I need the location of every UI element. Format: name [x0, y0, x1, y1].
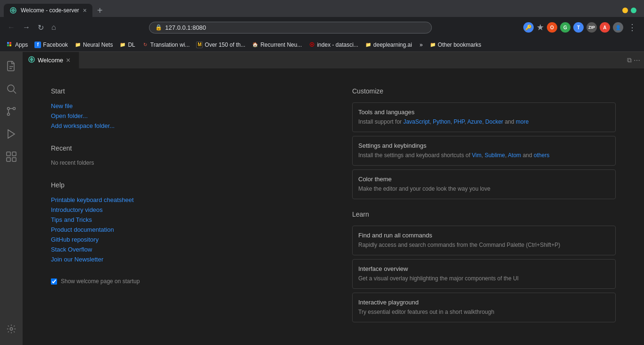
svg-rect-3 — [7, 44, 9, 46]
customize-keybindings-title: Settings and keybindings — [358, 142, 610, 149]
help-link-docs[interactable]: Product documentation — [51, 226, 314, 233]
back-button[interactable]: ← — [6, 21, 17, 34]
svg-rect-13 — [7, 158, 10, 161]
traffic-lights — [622, 8, 640, 13]
activity-item-debug[interactable] — [0, 124, 23, 146]
learn-item-commands[interactable]: Find and run all commands Rapidly access… — [352, 226, 616, 255]
customize-tools-title: Tools and languages — [358, 109, 610, 116]
svg-rect-14 — [12, 158, 16, 161]
forward-button[interactable]: → — [21, 21, 32, 34]
show-welcome-checkbox-row: Show welcome page on startup — [51, 278, 314, 285]
home-button[interactable]: ⌂ — [50, 21, 58, 34]
learn-item-playground[interactable]: Interactive playground Try essential edi… — [352, 293, 616, 322]
link-sublime[interactable]: Sublime — [485, 152, 505, 159]
link-javascript[interactable]: JavaScript — [403, 118, 429, 125]
open-folder-link[interactable]: Open folder... — [51, 112, 314, 119]
split-editor-button[interactable]: ⧉ — [627, 56, 632, 64]
bookmark-index-datasci[interactable]: ⦿ index - datasci... — [305, 41, 361, 49]
help-link-keyboard[interactable]: Printable keyboard cheatsheet — [51, 196, 314, 203]
customize-item-tools[interactable]: Tools and languages Install support for … — [352, 102, 616, 132]
other-bookmark-icon: 📁 — [429, 42, 436, 48]
new-tab-button[interactable]: + — [94, 5, 106, 16]
activity-item-settings[interactable] — [0, 319, 23, 341]
learn-section: Learn Find and run all commands Rapidly … — [352, 210, 616, 322]
help-link-newsletter[interactable]: Join our Newsletter — [51, 256, 314, 263]
key-icon[interactable]: 🔑 — [523, 22, 534, 33]
svg-rect-12 — [12, 152, 16, 156]
link-php[interactable]: PHP — [454, 118, 464, 125]
profile-icon[interactable]: 👤 — [613, 22, 623, 33]
bookmark-over150[interactable]: M Over 150 of th... — [193, 41, 248, 49]
bookmark-facebook-label: Facebook — [43, 42, 68, 48]
help-link-videos[interactable]: Introductory videos — [51, 206, 314, 213]
bookmark-other[interactable]: 📁 Other bookmarks — [427, 41, 484, 49]
translation-bookmark-icon: ↻ — [142, 42, 149, 48]
bookmark-apps-label: Apps — [15, 42, 28, 48]
tab-favicon — [9, 7, 17, 14]
bookmarks-bar: Apps f Facebook 📁 Neural Nets 📁 DL ↻ Tra… — [0, 38, 644, 52]
link-more-tools[interactable]: more — [516, 118, 528, 125]
customize-color-theme-title: Color theme — [358, 176, 610, 183]
zip-icon[interactable]: ZIP — [586, 22, 597, 33]
facebook-bookmark-icon: f — [34, 42, 41, 48]
link-others[interactable]: others — [534, 152, 549, 159]
customize-keybindings-desc: Install the settings and keyboard shortc… — [358, 151, 610, 160]
customize-item-keybindings[interactable]: Settings and keybindings Install the set… — [352, 136, 616, 166]
tab-close-button[interactable]: × — [83, 7, 87, 14]
bookmark-deeplearning[interactable]: 📁 deeplearning.ai — [362, 41, 415, 49]
help-link-tips[interactable]: Tips and Tricks — [51, 216, 314, 223]
activity-item-search[interactable] — [0, 78, 23, 101]
star-icon[interactable]: ★ — [537, 22, 544, 33]
translate-icon[interactable]: T — [573, 22, 584, 33]
start-title: Start — [51, 87, 314, 95]
bookmark-dl-label: DL — [128, 42, 135, 48]
tab-title: Welcome - code-server — [21, 7, 79, 14]
link-azure[interactable]: Azure — [467, 118, 482, 125]
more-bookmarks-button[interactable]: » — [417, 41, 426, 49]
bookmark-other-label: Other bookmarks — [438, 42, 481, 48]
acrobat-icon[interactable]: A — [600, 22, 610, 33]
bookmark-apps[interactable]: Apps — [4, 41, 31, 49]
bookmark-facebook[interactable]: f Facebook — [32, 41, 71, 49]
svg-rect-2 — [9, 42, 11, 44]
link-atom[interactable]: Atom — [508, 152, 521, 159]
vscode-tab-welcome[interactable]: Welcome × — [23, 52, 79, 68]
add-workspace-link[interactable]: Add workspace folder... — [51, 122, 314, 129]
learn-item-interface[interactable]: Interface overview Get a visual overlay … — [352, 259, 616, 289]
source-control-icon — [6, 106, 17, 119]
bookmark-dl[interactable]: 📁 DL — [116, 41, 138, 49]
address-bar[interactable]: 🔒 127.0.0.1:8080 — [149, 22, 432, 34]
more-actions-button[interactable]: ⋯ — [634, 57, 640, 64]
grammarly-icon[interactable]: G — [560, 22, 570, 33]
activity-item-source-control[interactable] — [0, 101, 23, 124]
link-docker[interactable]: Docker — [485, 118, 503, 125]
customize-tools-desc: Install support for JavaScript, Python, … — [358, 118, 610, 126]
bookmark-recurrent-label: Recurrent Neu... — [260, 42, 302, 48]
help-link-stackoverflow[interactable]: Stack Overflow — [51, 246, 314, 253]
bookmark-translation[interactable]: ↻ Translation wi... — [139, 41, 193, 49]
browser-tab-active[interactable]: Welcome - code-server × — [4, 4, 92, 17]
welcome-tab-label: Welcome — [38, 57, 63, 64]
activity-item-extensions[interactable] — [0, 146, 23, 169]
new-file-link[interactable]: New file — [51, 102, 314, 109]
customize-item-color-theme[interactable]: Color theme Make the editor and your cod… — [352, 169, 616, 199]
dl-bookmark-icon: 📁 — [119, 42, 126, 48]
svg-point-8 — [13, 108, 16, 110]
help-link-github[interactable]: GitHub repository — [51, 236, 314, 243]
welcome-tab-close-button[interactable]: × — [66, 57, 70, 64]
show-welcome-checkbox[interactable] — [51, 278, 57, 285]
show-welcome-label[interactable]: Show welcome page on startup — [61, 278, 140, 285]
welcome-right-column: Customize Tools and languages Install su… — [352, 87, 616, 326]
customize-title: Customize — [352, 87, 616, 95]
menu-button[interactable]: ⋮ — [626, 22, 638, 33]
activity-bar — [0, 52, 23, 345]
link-vim[interactable]: Vim — [472, 152, 481, 159]
activity-item-explorer[interactable] — [0, 56, 23, 78]
bookmark-index-datasci-label: index - datasci... — [317, 42, 358, 48]
bookmark-neural-nets[interactable]: 📁 Neural Nets — [72, 41, 116, 49]
bookmark-recurrent[interactable]: 🏠 Recurrent Neu... — [249, 41, 305, 49]
reload-button[interactable]: ↻ — [36, 21, 46, 34]
link-python[interactable]: Python — [433, 118, 450, 125]
deeplearning-bookmark-icon: 📁 — [365, 42, 372, 48]
opera-icon[interactable]: O — [547, 22, 557, 33]
